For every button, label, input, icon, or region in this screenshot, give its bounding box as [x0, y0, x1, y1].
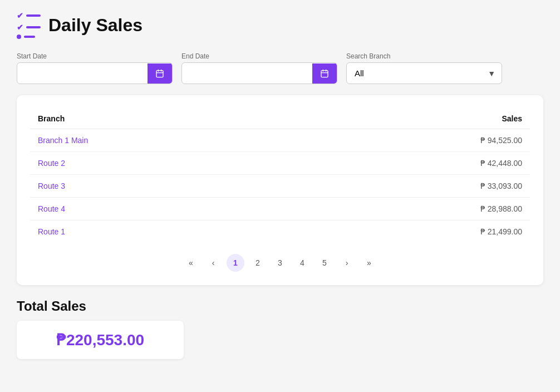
table-cell-sales: ₱ 33,093.00 [297, 175, 530, 198]
svg-rect-0 [156, 70, 163, 77]
total-sales-box: ₱220,553.00 [17, 321, 184, 359]
pagination-page-3[interactable]: 3 [271, 254, 289, 272]
table-cell-sales: ₱ 28,988.00 [297, 198, 530, 220]
page-title: Daily Sales [48, 15, 143, 36]
total-sales-value: ₱220,553.00 [56, 331, 144, 349]
table-row: Route 2 ₱ 42,448.00 [30, 152, 530, 175]
branch-select-wrapper: All Branch 1 Main Route 1 Route 2 Route … [346, 62, 502, 84]
total-sales-section: Total Sales ₱220,553.00 [17, 298, 543, 359]
branch-select[interactable]: All Branch 1 Main Route 1 Route 2 Route … [346, 62, 502, 84]
end-date-wrapper: 2023-03-02 [181, 62, 337, 84]
end-date-input[interactable]: 2023-03-02 [182, 63, 312, 84]
end-date-calendar-button[interactable] [312, 63, 337, 84]
table-cell-sales: ₱ 94,525.00 [297, 129, 530, 152]
start-date-wrapper: 2023-03-02 [17, 62, 173, 84]
table-header-row: Branch Sales [30, 109, 530, 129]
end-date-label: End Date [181, 52, 337, 60]
pagination-first-button[interactable]: « [182, 254, 200, 272]
total-sales-label: Total Sales [17, 298, 543, 314]
sales-table-card: Branch Sales Branch 1 Main ₱ 94,525.00 R… [17, 95, 543, 285]
pagination-page-2[interactable]: 2 [249, 254, 267, 272]
svg-rect-4 [321, 70, 328, 77]
start-date-calendar-button[interactable] [148, 63, 172, 84]
pagination: « ‹ 1 2 3 4 5 › » [30, 254, 530, 272]
table-row: Branch 1 Main ₱ 94,525.00 [30, 129, 530, 152]
filters-row: Start Date 2023-03-02 End Date 2023-03-0… [17, 52, 543, 84]
table-cell-branch: Route 1 [30, 220, 297, 243]
app-logo-icon: ✔ ✔ [17, 11, 41, 39]
pagination-page-1[interactable]: 1 [227, 254, 244, 272]
end-date-group: End Date 2023-03-02 [181, 52, 337, 84]
start-date-label: Start Date [17, 52, 173, 60]
start-date-input[interactable]: 2023-03-02 [17, 63, 148, 84]
col-sales-header: Sales [297, 109, 530, 129]
table-cell-branch: Route 2 [30, 152, 297, 175]
table-cell-branch: Route 4 [30, 198, 297, 220]
calendar-icon [155, 69, 164, 78]
calendar-icon [320, 69, 329, 78]
table-row: Route 4 ₱ 28,988.00 [30, 198, 530, 220]
table-row: Route 3 ₱ 33,093.00 [30, 175, 530, 198]
col-branch-header: Branch [30, 109, 297, 129]
start-date-group: Start Date 2023-03-02 [17, 52, 173, 84]
pagination-page-5[interactable]: 5 [316, 254, 333, 272]
branch-filter-group: Search Branch All Branch 1 Main Route 1 … [346, 52, 502, 84]
table-cell-branch: Branch 1 Main [30, 129, 297, 152]
pagination-last-button[interactable]: » [360, 254, 378, 272]
pagination-page-4[interactable]: 4 [293, 254, 311, 272]
branch-label: Search Branch [346, 52, 502, 60]
sales-table: Branch Sales Branch 1 Main ₱ 94,525.00 R… [30, 109, 530, 243]
table-cell-branch: Route 3 [30, 175, 297, 198]
table-row: Route 1 ₱ 21,499.00 [30, 220, 530, 243]
page-header: ✔ ✔ Daily Sales [17, 11, 543, 39]
table-cell-sales: ₱ 21,499.00 [297, 220, 530, 243]
table-cell-sales: ₱ 42,448.00 [297, 152, 530, 175]
pagination-next-button[interactable]: › [338, 254, 356, 272]
pagination-prev-button[interactable]: ‹ [204, 254, 222, 272]
